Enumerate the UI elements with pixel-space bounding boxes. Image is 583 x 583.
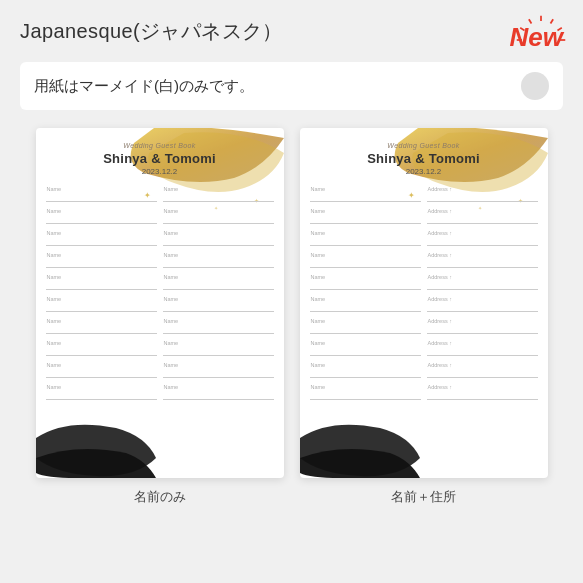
card1-label: 名前のみ (134, 488, 186, 506)
line-cell: Name (310, 294, 421, 312)
page: Japanesque(ジャパネスク） New 用紙はマーメイド(白)のみです。 (0, 0, 583, 583)
line-row: Name Address ↑ (310, 294, 538, 312)
line-cell: Name (310, 338, 421, 356)
line-cell: Name (46, 294, 157, 312)
line-cell: Address ↑ (427, 316, 538, 334)
card-preview-name-only: ✦ ✦ ✦ Wedding Guest Book Shinya & Tomomi… (36, 128, 284, 478)
card2-label: 名前＋住所 (391, 488, 456, 506)
line-row: Name Name (46, 228, 274, 246)
line-cell: Name (310, 206, 421, 224)
card2-lines: Name Address ↑ Name Address ↑ Name Addre… (300, 184, 548, 400)
black-brush-icon-2 (300, 408, 420, 478)
new-badge: New (510, 18, 563, 50)
line-cell: Name (310, 250, 421, 268)
line-row: Name Name (46, 250, 274, 268)
line-cell: Name (310, 272, 421, 290)
line-row: Name Address ↑ (310, 272, 538, 290)
line-cell: Address ↑ (427, 250, 538, 268)
line-row: Name Name (46, 382, 274, 400)
cards-container: ✦ ✦ ✦ Wedding Guest Book Shinya & Tomomi… (20, 128, 563, 506)
line-cell: Name (310, 360, 421, 378)
card1-couple: Shinya & Tomomi (50, 151, 270, 166)
line-cell: Address ↑ (427, 360, 538, 378)
line-cell: Name (46, 250, 157, 268)
line-cell: Address ↑ (427, 382, 538, 400)
line-cell: Address ↑ (427, 294, 538, 312)
line-cell: Name (163, 206, 274, 224)
line-row: Name Address ↑ (310, 338, 538, 356)
line-cell: Name (163, 250, 274, 268)
notice-circle (521, 72, 549, 100)
line-row: Name Name (46, 294, 274, 312)
line-cell: Name (163, 360, 274, 378)
line-cell: Name (163, 184, 274, 202)
line-cell: Name (46, 184, 157, 202)
line-cell: Name (163, 316, 274, 334)
line-cell: Address ↑ (427, 228, 538, 246)
line-cell: Address ↑ (427, 206, 538, 224)
line-row: Name Address ↑ (310, 228, 538, 246)
card2-couple: Shinya & Tomomi (314, 151, 534, 166)
black-brush-icon (36, 408, 156, 478)
line-row: Name Address ↑ (310, 382, 538, 400)
line-cell: Name (46, 206, 157, 224)
line-cell: Name (163, 228, 274, 246)
line-row: Name Name (46, 272, 274, 290)
line-cell: Name (46, 338, 157, 356)
line-row: Name Address ↑ (310, 250, 538, 268)
line-cell: Name (163, 294, 274, 312)
line-row: Name Address ↑ (310, 184, 538, 202)
line-row: Name Name (46, 206, 274, 224)
notice-bar: 用紙はマーメイド(白)のみです。 (20, 62, 563, 110)
card1-lines: Name Name Name Name Name Name Name Name (36, 184, 284, 400)
line-row: Name Name (46, 338, 274, 356)
card-name-only: ✦ ✦ ✦ Wedding Guest Book Shinya & Tomomi… (36, 128, 284, 506)
card1-subtitle: Wedding Guest Book (50, 142, 270, 149)
line-cell: Name (46, 360, 157, 378)
line-row: Name Name (46, 360, 274, 378)
line-row: Name Name (46, 184, 274, 202)
line-row: Name Address ↑ (310, 360, 538, 378)
line-cell: Name (46, 272, 157, 290)
line-cell: Address ↑ (427, 272, 538, 290)
line-cell: Name (310, 382, 421, 400)
line-cell: Name (46, 382, 157, 400)
line-row: Name Address ↑ (310, 206, 538, 224)
line-row: Name Address ↑ (310, 316, 538, 334)
card1-date: 2023.12.2 (50, 167, 270, 176)
line-cell: Address ↑ (427, 184, 538, 202)
line-cell: Name (163, 338, 274, 356)
card2-subtitle: Wedding Guest Book (314, 142, 534, 149)
card2-content: Wedding Guest Book Shinya & Tomomi 2023.… (300, 128, 548, 176)
line-cell: Name (46, 316, 157, 334)
line-cell: Name (163, 272, 274, 290)
card2-date: 2023.12.2 (314, 167, 534, 176)
card1-content: Wedding Guest Book Shinya & Tomomi 2023.… (36, 128, 284, 176)
notice-text: 用紙はマーメイド(白)のみです。 (34, 77, 254, 96)
page-title: Japanesque(ジャパネスク） (20, 18, 283, 45)
line-cell: Name (310, 316, 421, 334)
new-label: New (510, 24, 563, 50)
line-cell: Name (310, 228, 421, 246)
line-cell: Name (46, 228, 157, 246)
card-name-address: ✦ ✦ ✦ Wedding Guest Book Shinya & Tomomi… (300, 128, 548, 506)
line-cell: Name (163, 382, 274, 400)
header: Japanesque(ジャパネスク） New (20, 18, 563, 50)
line-row: Name Name (46, 316, 274, 334)
card-preview-name-address: ✦ ✦ ✦ Wedding Guest Book Shinya & Tomomi… (300, 128, 548, 478)
line-cell: Name (310, 184, 421, 202)
line-cell: Address ↑ (427, 338, 538, 356)
